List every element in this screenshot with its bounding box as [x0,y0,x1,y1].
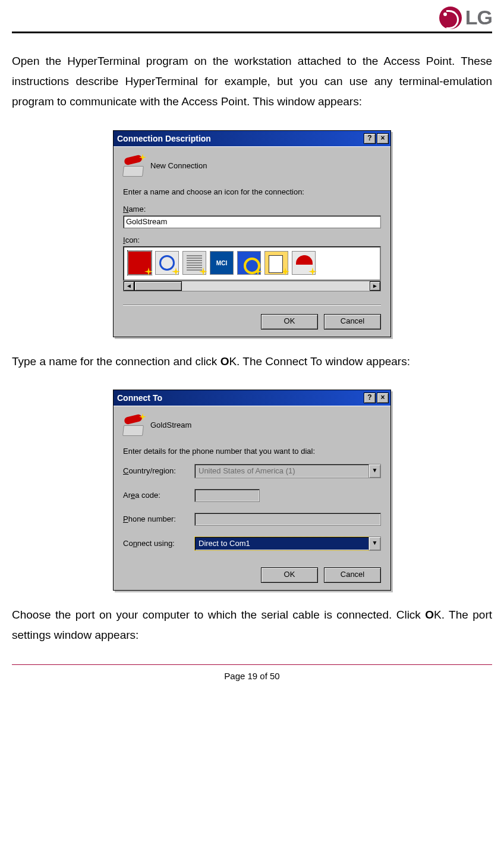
prompt-text: Enter details for the phone number that … [123,447,381,456]
area-code-label: Area code: [123,491,194,500]
scroll-right-arrow[interactable]: ► [370,281,380,291]
icon-option-mci[interactable]: MCI [210,251,234,275]
paragraph-2: Type a name for the connection and click… [12,352,492,372]
connect-using-dropdown[interactable]: Direct to Com1 ▼ [194,536,381,551]
ok-button[interactable]: OK [261,567,318,583]
scroll-track[interactable] [134,281,370,291]
connect-using-value: Direct to Com1 [195,537,368,550]
name-input[interactable] [123,215,381,228]
lg-logo-icon [439,7,462,29]
name-label: Name: [123,205,381,214]
country-dropdown: United States of America (1) ▼ [194,464,381,478]
page-footer: Page 19 of 50 [12,671,492,681]
prompt-text: Enter a name and choose an icon for the … [123,187,381,196]
icon-option-umbrella[interactable] [292,251,316,275]
chevron-down-icon[interactable]: ▼ [368,537,380,550]
lg-logo-text: LG [465,6,492,29]
icon-option-card[interactable] [264,251,288,275]
footer-rule [12,664,492,665]
titlebar-text: Connection Description [117,134,211,143]
icon-option-gear[interactable] [237,251,261,275]
dialog-body: New Connection Enter a name and choose a… [114,146,390,337]
icon-row: GoldStream [123,415,381,436]
titlebar-buttons: ? × [364,393,389,403]
ok-button[interactable]: OK [261,314,318,330]
separator [123,305,381,306]
area-code-input [194,489,260,502]
icon-picker[interactable]: MCI [123,246,381,281]
close-button[interactable]: × [377,133,389,144]
button-row: OK Cancel [123,565,381,583]
scroll-thumb[interactable] [134,281,182,291]
help-button[interactable]: ? [364,133,376,144]
new-connection-label: New Connection [150,161,207,170]
new-connection-icon [123,155,144,177]
phone-number-input [194,513,381,526]
icon-section: Icon: MCI ◄ ► [123,236,381,291]
document-page: LG Open the HyperTerminal program on the… [0,0,504,693]
cancel-button[interactable]: Cancel [324,567,381,583]
dialog-wrap-2: Connect To ? × GoldStream Enter details … [12,390,492,591]
titlebar: Connection Description ? × [114,131,390,146]
icon-row: New Connection [123,155,381,177]
close-button[interactable]: × [377,393,389,403]
country-value: United States of America (1) [195,465,368,478]
icon-option-globe[interactable] [155,251,179,275]
chevron-down-icon: ▼ [368,465,380,478]
connection-name-label: GoldStream [150,421,191,429]
help-button[interactable]: ? [364,393,376,403]
form-grid: Country/region: United States of America… [123,464,381,551]
dialog-wrap-1: Connection Description ? × New Connectio… [12,130,492,337]
cancel-button[interactable]: Cancel [324,314,381,330]
icon-scrollbar[interactable]: ◄ ► [123,281,381,291]
titlebar-buttons: ? × [364,133,389,144]
titlebar: Connect To ? × [114,390,390,406]
country-label: Country/region: [123,466,194,475]
phone-number-label: Phone number: [123,514,194,523]
button-row: OK Cancel [123,312,381,330]
connection-icon [123,415,144,436]
paragraph-3: Choose the port on your computer to whic… [12,605,492,645]
lg-logo: LG [439,6,492,29]
icon-option-phone-red[interactable] [128,251,152,275]
scroll-left-arrow[interactable]: ◄ [124,281,134,291]
page-header: LG [12,6,492,29]
icon-label: Icon: [123,236,381,244]
connection-description-dialog: Connection Description ? × New Connectio… [113,130,391,337]
paragraph-1: Open the HyperTerminal program on the wo… [12,51,492,112]
titlebar-text: Connect To [117,393,162,403]
connect-using-label: Connect using: [123,539,194,548]
connect-to-dialog: Connect To ? × GoldStream Enter details … [113,390,391,591]
icon-option-news[interactable] [182,251,206,275]
header-rule [12,32,492,33]
dialog-body: GoldStream Enter details for the phone n… [114,406,390,590]
